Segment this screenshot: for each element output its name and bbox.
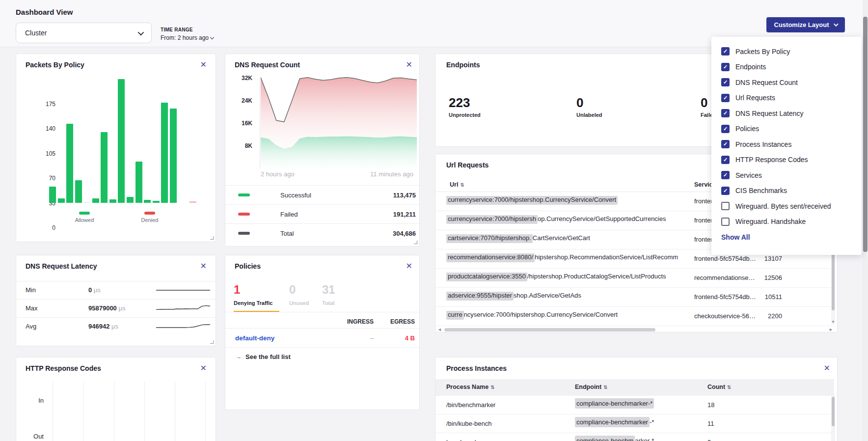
resize-handle-icon[interactable] bbox=[210, 236, 214, 240]
count-cell: 9 bbox=[707, 439, 711, 441]
process-table-row[interactable]: /bin/kube-benchcompliance-benchmarker-*1… bbox=[435, 414, 834, 433]
checkbox-unchecked-icon[interactable] bbox=[721, 202, 730, 210]
layout-menu-item-label: Wireguard. Bytes sent/received bbox=[735, 202, 831, 210]
category-label-out: Out bbox=[24, 433, 44, 440]
layout-menu-item[interactable]: ✓Endpoints bbox=[711, 59, 862, 75]
allowed-bar bbox=[144, 200, 151, 203]
chevron-down-icon bbox=[210, 35, 214, 39]
vertical-scrollbar[interactable] bbox=[831, 396, 835, 441]
layout-menu-item[interactable]: Wireguard. Handshake bbox=[711, 214, 862, 230]
policy-ingress-value: – bbox=[346, 334, 374, 342]
time-range-value[interactable]: From: 2 hours ago bbox=[161, 34, 214, 41]
show-all-link[interactable]: Show All bbox=[721, 233, 750, 241]
allowed-bar bbox=[118, 79, 125, 203]
column-header-ingress: INGRESS bbox=[346, 318, 374, 325]
chevron-down-icon bbox=[834, 22, 839, 27]
latency-label: Max bbox=[26, 304, 38, 312]
legend-label: Denied bbox=[141, 217, 159, 223]
latency-row: Min0 µs bbox=[16, 281, 216, 299]
layout-menu-item[interactable]: ✓Process Instances bbox=[711, 137, 862, 152]
close-icon[interactable]: ✕ bbox=[824, 364, 830, 372]
allowed-bar bbox=[153, 201, 160, 203]
dns-request-count-card: DNS Request Count ✕ 8K16K24K32K 2 hours … bbox=[225, 54, 420, 247]
allowed-bar bbox=[58, 198, 65, 203]
layout-menu-item-label: Packets By Policy bbox=[735, 48, 790, 55]
count-cell: 18 bbox=[707, 401, 714, 409]
sort-icon: ⇅ bbox=[490, 385, 494, 390]
checkbox-checked-icon[interactable]: ✓ bbox=[721, 94, 730, 102]
checkbox-checked-icon[interactable]: ✓ bbox=[721, 78, 730, 86]
policies-tab-total[interactable]: 31Total bbox=[322, 284, 335, 306]
customize-layout-button[interactable]: Customize Layout bbox=[766, 17, 845, 32]
horizontal-scrollbar[interactable]: ◄ ► bbox=[437, 327, 833, 333]
scroll-right-icon[interactable]: ► bbox=[829, 327, 833, 332]
scroll-down-icon[interactable]: ▼ bbox=[831, 320, 835, 324]
layout-menu-item-label: DNS Request Count bbox=[735, 79, 798, 86]
close-icon[interactable]: ✕ bbox=[406, 61, 412, 69]
chevron-down-icon bbox=[138, 29, 144, 35]
checkbox-checked-icon[interactable]: ✓ bbox=[721, 140, 730, 148]
checkbox-checked-icon[interactable]: ✓ bbox=[721, 187, 730, 195]
layout-menu-item[interactable]: ✓DNS Request Count bbox=[711, 75, 862, 90]
resize-handle-icon[interactable] bbox=[210, 340, 214, 344]
legend-swatch bbox=[238, 232, 250, 235]
latency-row: Avg946942 µs bbox=[16, 317, 216, 335]
close-icon[interactable]: ✕ bbox=[406, 262, 412, 270]
legend-label: Allowed bbox=[75, 217, 94, 223]
view-select[interactable]: Cluster bbox=[16, 23, 152, 43]
layout-menu-item[interactable]: ✓Packets By Policy bbox=[711, 44, 862, 59]
checkbox-checked-icon[interactable]: ✓ bbox=[721, 125, 730, 133]
layout-menu-item[interactable]: ✓Services bbox=[711, 167, 862, 183]
legend-row: Failed191,211 bbox=[225, 204, 420, 223]
gridline bbox=[144, 382, 145, 441]
process-table-row[interactable]: benchmarkercompliance-benchmarker-*9 bbox=[435, 433, 834, 441]
y-tick-label: 32K bbox=[242, 75, 252, 82]
close-icon[interactable]: ✕ bbox=[200, 262, 207, 270]
arrow-right-icon: → bbox=[235, 353, 242, 360]
sort-icon: ⇅ bbox=[603, 385, 607, 390]
url-cell: cartservice:7070/hipstershop.CartService… bbox=[446, 234, 682, 246]
scroll-left-icon[interactable]: ◄ bbox=[437, 327, 442, 332]
column-header-endpoint[interactable]: Endpoint⇅ bbox=[575, 384, 608, 390]
layout-menu-item[interactable]: ✓CIS Benchmarks bbox=[711, 183, 862, 199]
checkbox-checked-icon[interactable]: ✓ bbox=[721, 171, 730, 179]
url-table-row[interactable]: currencyservice:7000/hipstershop.Currenc… bbox=[435, 307, 834, 326]
checkbox-checked-icon[interactable]: ✓ bbox=[721, 47, 730, 55]
see-full-list-link[interactable]: →See the full list bbox=[235, 353, 291, 360]
checkbox-checked-icon[interactable]: ✓ bbox=[721, 109, 730, 117]
process-table-row[interactable]: /bin/benchmarkercompliance-benchmarker-*… bbox=[435, 396, 834, 414]
resize-handle-icon[interactable] bbox=[414, 241, 417, 244]
layout-menu-item[interactable]: ✓HTTP Response Codes bbox=[711, 152, 862, 168]
process-instances-card: Process Instances ✕ Process Name⇅ Endpoi… bbox=[435, 357, 838, 441]
page-scrollbar[interactable] bbox=[863, 0, 868, 441]
url-table-row[interactable]: productcatalogservice:3550/hipstershop.P… bbox=[435, 269, 834, 288]
scrollbar-thumb[interactable] bbox=[444, 328, 655, 331]
x-axis-start-label: 2 hours ago bbox=[261, 170, 295, 178]
scrollbar-thumb[interactable] bbox=[832, 397, 835, 426]
column-header-url[interactable]: Url⇅ bbox=[450, 181, 464, 188]
allowed-bar bbox=[49, 187, 56, 203]
url-cell: adservice:9555/hipstershop.AdService/Get… bbox=[446, 292, 682, 303]
column-header-count[interactable]: Count⇅ bbox=[707, 384, 732, 390]
layout-menu-item[interactable]: ✓Policies bbox=[711, 121, 862, 137]
policies-tab-unused[interactable]: 0Unused bbox=[289, 284, 309, 306]
layout-menu-item[interactable]: Wireguard. Bytes sent/received bbox=[711, 198, 862, 214]
layout-menu-item[interactable]: ✓Url Requests bbox=[711, 90, 862, 106]
scrollbar-thumb[interactable] bbox=[863, 17, 868, 252]
layout-menu-item[interactable]: ✓DNS Request Latency bbox=[711, 106, 862, 121]
column-header-process-name[interactable]: Process Name⇅ bbox=[446, 384, 495, 390]
sort-icon: ⇅ bbox=[727, 385, 731, 390]
card-title: Policies bbox=[235, 262, 261, 270]
policies-tab-denying-traffic[interactable]: 1Denying Traffic bbox=[234, 284, 272, 306]
latency-label: Min bbox=[26, 286, 36, 294]
checkbox-checked-icon[interactable]: ✓ bbox=[721, 156, 730, 164]
legend-swatch bbox=[144, 212, 155, 215]
checkbox-checked-icon[interactable]: ✓ bbox=[721, 63, 730, 71]
policy-name-link[interactable]: default-deny bbox=[235, 334, 274, 342]
column-header-egress: EGRESS bbox=[387, 318, 415, 325]
count-cell: 10511 bbox=[730, 293, 782, 301]
checkbox-unchecked-icon[interactable] bbox=[721, 218, 730, 226]
close-icon[interactable]: ✕ bbox=[200, 364, 207, 372]
url-table-row[interactable]: adservice:9555/hipstershop.AdService/Get… bbox=[435, 288, 834, 307]
allowed-bar bbox=[109, 199, 116, 203]
